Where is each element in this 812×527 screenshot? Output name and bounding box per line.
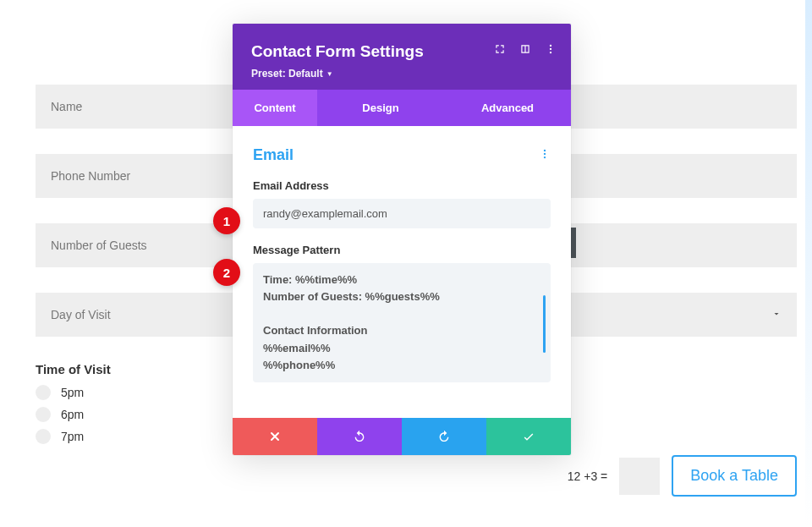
modal-tabs: Content Design Advanced <box>233 90 571 126</box>
section-more-icon[interactable] <box>539 146 551 164</box>
confirm-button[interactable] <box>486 418 571 455</box>
cancel-button[interactable] <box>233 418 317 455</box>
radio-label: 5pm <box>61 386 84 399</box>
radio-icon <box>36 429 51 444</box>
modal-header: Contact Form Settings Preset: Default ▼ <box>233 24 571 90</box>
svg-point-2 <box>550 52 551 53</box>
page-right-accent <box>805 0 812 527</box>
columns-icon[interactable] <box>518 42 532 56</box>
scrollbar-thumb[interactable] <box>543 295 546 353</box>
radio-icon <box>36 385 51 400</box>
preset-label: Preset: Default <box>251 68 323 80</box>
redo-button[interactable] <box>402 418 486 455</box>
book-table-button[interactable]: Book a Table <box>672 455 797 497</box>
radio-label: 7pm <box>61 430 84 443</box>
caret-down-icon: ▼ <box>326 70 333 78</box>
message-pattern-field-block: Message Pattern Time: %%time%% Number of… <box>253 244 551 382</box>
radio-label: 6pm <box>61 408 84 421</box>
email-address-field-block: Email Address <box>253 179 551 228</box>
bottom-row: 12 +3 = Book a Table <box>568 455 797 497</box>
modal-header-actions <box>493 42 557 56</box>
day-select-label: Day of Visit <box>51 308 111 321</box>
email-address-input[interactable] <box>253 199 551 228</box>
contact-form-settings-modal: Contact Form Settings Preset: Default ▼ … <box>233 24 571 455</box>
svg-point-4 <box>544 153 546 155</box>
radio-icon <box>36 407 51 422</box>
captcha-input[interactable] <box>619 458 660 495</box>
section-header: Email <box>253 146 551 164</box>
tab-content[interactable]: Content <box>233 90 317 126</box>
modal-footer <box>233 418 571 455</box>
chevron-down-icon <box>771 308 782 321</box>
svg-point-5 <box>544 156 546 158</box>
captcha-text: 12 +3 = <box>568 469 608 483</box>
svg-point-1 <box>550 48 551 50</box>
modal-body: Email Email Address Message Pattern Time… <box>233 126 571 418</box>
svg-point-3 <box>544 150 546 151</box>
more-icon[interactable] <box>544 42 557 56</box>
message-pattern-label: Message Pattern <box>253 244 551 256</box>
tab-design[interactable]: Design <box>317 90 444 126</box>
undo-button[interactable] <box>317 418 402 455</box>
preset-dropdown[interactable]: Preset: Default ▼ <box>251 68 552 80</box>
message-pattern-textarea[interactable]: Time: %%time%% Number of Guests: %%guest… <box>253 263 551 382</box>
annotation-badge-2: 2 <box>213 259 240 286</box>
expand-icon[interactable] <box>493 42 507 56</box>
email-address-label: Email Address <box>253 179 551 192</box>
tab-advanced[interactable]: Advanced <box>444 90 571 126</box>
module-edge-accent <box>571 228 576 258</box>
section-title-email[interactable]: Email <box>253 146 294 164</box>
svg-point-0 <box>550 45 551 47</box>
annotation-badge-1: 1 <box>213 207 240 234</box>
